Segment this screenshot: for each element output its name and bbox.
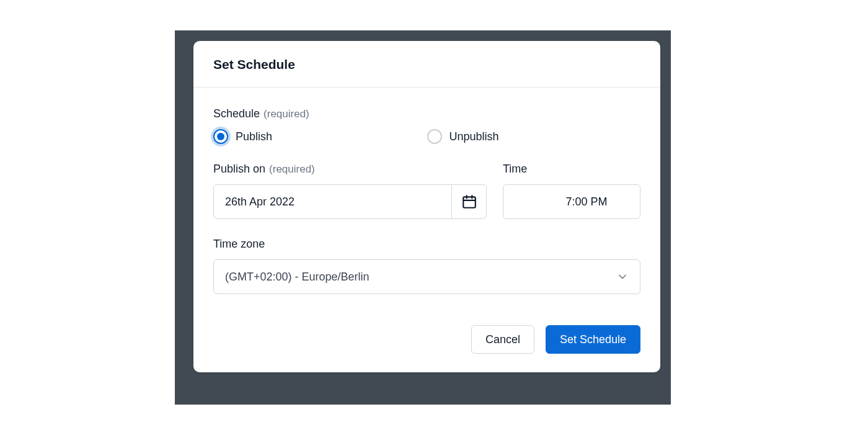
timezone-select[interactable]: (GMT+02:00) - Europe/Berlin [213,259,640,294]
schedule-radio-group: Publish Unpublish [213,129,640,144]
cancel-button[interactable]: Cancel [471,325,534,354]
radio-publish[interactable]: Publish [213,129,427,144]
time-label-text: Time [503,163,527,176]
publish-on-input[interactable] [214,185,451,218]
svg-rect-0 [463,197,476,207]
calendar-icon [461,194,477,210]
radio-unpublish-circle [427,129,442,144]
publish-on-field: Publish on (required) [213,163,487,219]
schedule-field: Schedule (required) Publish Unpublish [213,107,640,144]
schedule-label: Schedule (required) [213,107,640,120]
date-time-row: Publish on (required) [213,163,640,219]
radio-unpublish-label: Unpublish [450,130,499,143]
timezone-label-text: Time zone [213,238,265,251]
timezone-value: (GMT+02:00) - Europe/Berlin [225,271,370,284]
publish-on-label: Publish on (required) [213,163,487,176]
radio-publish-circle [213,129,228,144]
radio-publish-label: Publish [236,130,272,143]
set-schedule-dialog: Set Schedule Schedule (required) Publish… [193,41,660,372]
time-label: Time [503,163,640,176]
radio-unpublish[interactable]: Unpublish [427,129,641,144]
dialog-header: Set Schedule [193,41,660,87]
publish-on-label-text: Publish on [213,163,265,176]
publish-on-required-hint: (required) [269,163,315,176]
dialog-footer: Cancel Set Schedule [193,319,660,372]
timezone-field: Time zone (GMT+02:00) - Europe/Berlin [213,238,640,294]
chevron-down-icon [616,271,629,283]
schedule-required-hint: (required) [264,108,309,120]
submit-button[interactable]: Set Schedule [546,325,640,354]
date-picker-button[interactable] [451,185,486,218]
dialog-body: Schedule (required) Publish Unpublish Pu… [193,87,660,319]
schedule-label-text: Schedule [213,107,260,120]
timezone-label: Time zone [213,238,640,251]
time-input-wrap [503,184,640,219]
publish-on-input-wrap [213,184,487,219]
time-input[interactable] [503,185,640,218]
dialog-title: Set Schedule [213,57,640,72]
time-field: Time [503,163,640,219]
